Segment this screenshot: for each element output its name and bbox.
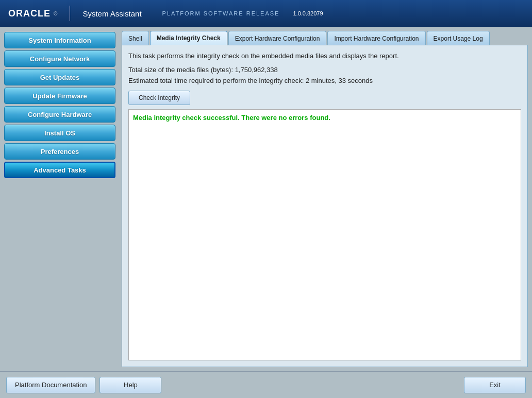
info-block: Total size of the media files (bytes): 1… [128, 65, 521, 86]
sidebar-item-preferences[interactable]: Preferences [4, 143, 115, 160]
exit-button[interactable]: Exit [464, 377, 526, 393]
tab-export-hardware-configuration[interactable]: Export Hardware Configuration [228, 31, 327, 45]
tab-bar: Shell Media Integrity Check Export Hardw… [122, 31, 528, 45]
description-text: This task performs the integrity check o… [128, 51, 521, 61]
tab-export-usage-log[interactable]: Export Usage Log [427, 31, 490, 45]
header: ORACLE ® System Assistant PLATFORM SOFTW… [0, 0, 532, 27]
right-panel: Shell Media Integrity Check Export Hardw… [120, 27, 532, 371]
sidebar-item-configure-hardware[interactable]: Configure Hardware [4, 106, 115, 123]
sidebar-item-system-information[interactable]: System Information [4, 32, 115, 48]
output-area: Media integrity check successful. There … [128, 109, 521, 360]
app-name: System Assistant [82, 9, 141, 18]
oracle-brand: ORACLE [8, 8, 51, 19]
release-version: 1.0.0.82079 [293, 10, 323, 16]
main: System Information Configure Network Get… [0, 27, 532, 398]
sidebar-item-configure-network[interactable]: Configure Network [4, 50, 115, 67]
tab-media-integrity-check[interactable]: Media Integrity Check [150, 31, 227, 45]
release-label: PLATFORM SOFTWARE RELEASE [162, 10, 280, 16]
estimated-time-label: Estimated total time required to perform… [128, 76, 521, 86]
registered-symbol: ® [54, 11, 57, 16]
tab-shell[interactable]: Shell [122, 31, 149, 45]
content-panel: This task performs the integrity check o… [122, 45, 528, 367]
footer: Platform Documentation Help Exit [0, 371, 532, 398]
help-button[interactable]: Help [99, 377, 161, 393]
tab-import-hardware-configuration[interactable]: Import Hardware Configuration [327, 31, 425, 45]
output-message: Media integrity check successful. There … [133, 114, 330, 122]
sidebar-item-update-firmware[interactable]: Update Firmware [4, 88, 115, 104]
sidebar-item-advanced-tasks[interactable]: Advanced Tasks [4, 162, 115, 178]
header-divider [70, 6, 70, 21]
platform-documentation-button[interactable]: Platform Documentation [6, 377, 95, 393]
content-area: System Information Configure Network Get… [0, 27, 532, 371]
sidebar-item-get-updates[interactable]: Get Updates [4, 69, 115, 85]
oracle-logo: ORACLE ® [8, 8, 57, 19]
total-size-label: Total size of the media files (bytes): 1… [128, 65, 521, 76]
sidebar: System Information Configure Network Get… [0, 27, 120, 371]
check-integrity-button[interactable]: Check Integrity [128, 91, 190, 105]
sidebar-item-install-os[interactable]: Install OS [4, 125, 115, 141]
